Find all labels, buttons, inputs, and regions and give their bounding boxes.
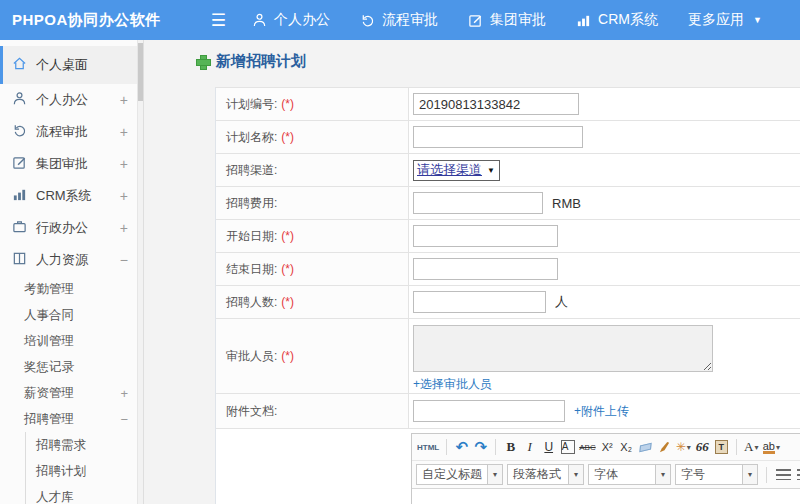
expand-plus-icon[interactable]: +	[120, 188, 128, 204]
nav-group-approval[interactable]: 集团审批	[468, 11, 546, 29]
field-label: 计划编号:	[226, 96, 277, 113]
expand-plus-icon[interactable]: +	[120, 220, 128, 236]
select-approver-link[interactable]: +选择审批人员	[413, 376, 492, 393]
expand-plus-icon[interactable]: +	[120, 124, 128, 140]
required-marker: (*)	[281, 262, 294, 276]
blockquote-button[interactable]: 66	[694, 437, 711, 457]
form-row-editor: HTML ↶ ↷ B I U A ABC X² X₂	[216, 429, 800, 504]
autotypeset-button[interactable]: A	[561, 440, 575, 454]
start-date-input[interactable]	[413, 225, 558, 247]
form-row-channel: 招聘渠道: 请选择渠道 ▼	[216, 154, 800, 187]
edit-icon	[468, 13, 483, 28]
nav-more-apps[interactable]: 更多应用 ▼	[688, 11, 762, 29]
field-label-cell: 开始日期: (*)	[216, 220, 409, 252]
nav-personal-office[interactable]: 个人办公	[252, 11, 330, 29]
underline-button[interactable]: U	[540, 437, 557, 457]
nav-workflow-approval[interactable]: 流程审批	[360, 11, 438, 29]
nav-label: 个人办公	[274, 11, 330, 29]
hamburger-menu-icon[interactable]: ☰	[211, 12, 226, 29]
approver-textarea[interactable]	[413, 325, 713, 372]
sidebar-subitem-recruit-plan[interactable]: 招聘计划	[26, 458, 143, 484]
flow-icon	[360, 13, 375, 28]
source-code-button[interactable]: HTML	[416, 437, 440, 457]
redo-button[interactable]: ↷	[472, 437, 489, 457]
home-icon	[12, 56, 27, 74]
sidebar-subitem-salary[interactable]: 薪资管理 +	[0, 380, 143, 406]
field-value-cell	[409, 220, 800, 252]
strikethrough-button[interactable]: ABC	[578, 437, 596, 457]
required-marker: (*)	[281, 349, 294, 363]
nav-label: 集团审批	[490, 11, 546, 29]
expand-plus-icon[interactable]: +	[120, 386, 128, 401]
sidebar-item-admin-office[interactable]: 行政办公 +	[0, 212, 143, 244]
auto-format-button[interactable]: ✳ ▾	[675, 437, 692, 457]
app-logo[interactable]: PHPOA协同办公软件	[12, 11, 161, 30]
sidebar-item-personal-office[interactable]: 个人办公 +	[0, 84, 143, 116]
sidebar-subitem-attendance[interactable]: 考勤管理	[0, 276, 143, 302]
sidebar-subitem-talent-pool[interactable]: 人才库	[26, 484, 143, 504]
sidebar-subitem-recruit-demand[interactable]: 招聘需求	[26, 432, 143, 458]
sidebar-item-label: CRM系统	[36, 187, 92, 205]
font-family-dropdown[interactable]: 字体 ▾	[588, 464, 671, 485]
font-color-button[interactable]: A ▾	[743, 437, 760, 457]
italic-button[interactable]: I	[521, 437, 538, 457]
attachment-upload-link[interactable]: +附件上传	[574, 403, 629, 420]
recruitment-plan-form: 计划编号: (*) 计划名称: (*) 招聘渠道: 请选择渠道	[215, 87, 800, 504]
sidebar-subitem-label: 人才库	[36, 489, 74, 504]
nav-crm-system[interactable]: CRM系统	[576, 11, 658, 29]
bold-button[interactable]: B	[502, 437, 519, 457]
plan-number-input[interactable]	[413, 93, 579, 115]
sidebar-item-human-resources[interactable]: 人力资源 −	[0, 244, 143, 276]
paragraph-format-dropdown[interactable]: 段落格式 ▾	[507, 464, 584, 485]
font-size-dropdown[interactable]: 字号 ▾	[675, 464, 758, 485]
app-window: PHPOA协同办公软件 ☰ 个人办公 流程审批 集团审批	[0, 0, 800, 504]
sidebar-subitem-label: 薪资管理	[24, 385, 74, 402]
align-center-button[interactable]	[796, 465, 800, 485]
sidebar-item-crm-system[interactable]: CRM系统 +	[0, 180, 143, 212]
attachment-input[interactable]	[413, 400, 565, 422]
headcount-input[interactable]	[413, 291, 546, 313]
sidebar-subitem-training[interactable]: 培训管理	[0, 328, 143, 354]
expand-plus-icon[interactable]: +	[120, 156, 128, 172]
editor-content-area[interactable]	[412, 489, 800, 504]
sidebar-subitem-recruitment[interactable]: 招聘管理 −	[0, 406, 143, 432]
field-value-cell	[409, 88, 800, 120]
expand-plus-icon[interactable]: +	[120, 92, 128, 108]
sidebar-item-workflow-approval[interactable]: 流程审批 +	[0, 116, 143, 148]
collapse-minus-icon[interactable]: −	[120, 412, 128, 427]
subscript-button[interactable]: X₂	[618, 437, 635, 457]
form-row-end-date: 结束日期: (*)	[216, 253, 800, 286]
sidebar-subitem-label: 奖惩记录	[24, 359, 74, 376]
highlight-color-button[interactable]: ab ▾	[762, 437, 781, 457]
align-left-button[interactable]	[775, 465, 792, 485]
custom-title-dropdown[interactable]: 自定义标题 ▾	[416, 464, 503, 485]
sidebar-scrollbar-thumb[interactable]	[138, 43, 143, 101]
plan-name-input[interactable]	[413, 126, 583, 148]
end-date-input[interactable]	[413, 258, 558, 280]
fee-input[interactable]	[413, 192, 543, 214]
superscript-button[interactable]: X²	[599, 437, 616, 457]
field-value-cell	[409, 253, 800, 285]
undo-button[interactable]: ↶	[453, 437, 470, 457]
caret-down-icon: ▾	[487, 465, 502, 484]
field-label: 招聘人数:	[226, 294, 277, 311]
field-value-cell: 人	[409, 286, 800, 318]
align-left-icon	[776, 469, 791, 480]
sidebar-subitem-rewards[interactable]: 奖惩记录	[0, 354, 143, 380]
topbar: PHPOA协同办公软件 ☰ 个人办公 流程审批 集团审批	[0, 0, 800, 40]
sidebar-item-label: 行政办公	[36, 219, 88, 237]
field-label: 招聘费用:	[226, 195, 277, 212]
edit-icon	[12, 155, 27, 173]
field-value-cell: 请选择渠道 ▼	[409, 154, 800, 186]
field-label-cell: 招聘费用:	[216, 187, 409, 219]
sidebar-scrollbar[interactable]	[137, 40, 143, 504]
format-painter-button[interactable]	[656, 437, 673, 457]
paste-as-text-button[interactable]: T	[713, 437, 730, 457]
sidebar-item-group-approval[interactable]: 集团审批 +	[0, 148, 143, 180]
remove-format-button[interactable]	[637, 437, 654, 457]
sidebar-item-personal-desktop[interactable]: 个人桌面	[0, 46, 143, 84]
channel-select[interactable]: 请选择渠道 ▼	[413, 160, 500, 181]
form-row-headcount: 招聘人数: (*) 人	[216, 286, 800, 319]
collapse-minus-icon[interactable]: −	[120, 252, 128, 268]
sidebar-subitem-hr-contract[interactable]: 人事合同	[0, 302, 143, 328]
